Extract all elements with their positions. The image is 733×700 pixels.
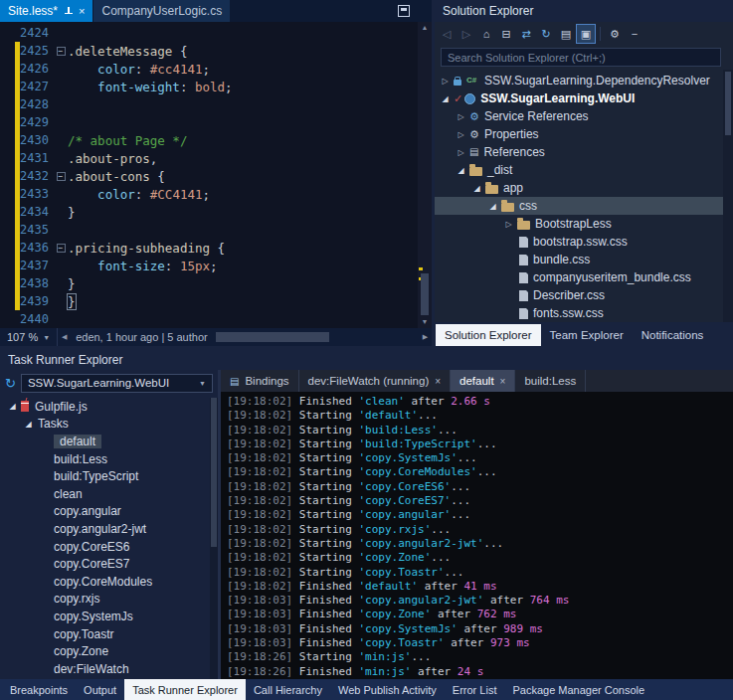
tool-window-tab[interactable]: Solution Explorer <box>436 324 541 346</box>
expander-icon[interactable]: ◢ <box>470 184 483 193</box>
task-tree-item[interactable]: ◢Tasks <box>0 416 210 434</box>
tree-item[interactable]: ▷▤References <box>435 143 723 161</box>
show-all-files-icon[interactable]: ▤ <box>557 25 575 43</box>
task-tree-item[interactable]: copy.Toastr <box>0 625 210 643</box>
git-blame-info[interactable]: eden, 1 hour ago | 5 author <box>71 331 213 343</box>
zoom-control[interactable]: 107 % ▼ <box>0 328 58 346</box>
document-tab-bar: Site.less*×CompanyUserLogic.cs <box>0 0 432 22</box>
tool-window-tab[interactable]: Output <box>76 679 124 700</box>
editor-vertical-scrollbar[interactable]: ▲ ▼ <box>418 22 432 328</box>
task-tree-item[interactable]: copy.Zone <box>0 642 210 660</box>
back-icon[interactable]: ◁ <box>438 25 456 43</box>
tool-window-tab[interactable]: Notifications <box>633 324 713 346</box>
scroll-left-icon[interactable]: ◀ <box>58 333 71 341</box>
task-tree-item[interactable]: default <box>0 433 210 450</box>
tool-window-tab[interactable]: Breakpoints <box>2 679 76 700</box>
task-output-tab[interactable]: build:Less <box>515 370 586 392</box>
project-dropdown[interactable]: SSW.SugarLearning.WebUI ▼ <box>21 374 213 393</box>
scrollbar-thumb[interactable] <box>216 332 329 342</box>
scroll-down-icon[interactable]: ▼ <box>418 316 432 328</box>
refresh-icon[interactable]: ↻ <box>5 377 16 390</box>
code-line: 2433 color: #CC4141; <box>0 185 418 203</box>
fold-toggle-icon[interactable]: − <box>57 47 66 56</box>
horizontal-scrollbar[interactable] <box>213 328 419 346</box>
tree-item[interactable]: ◢✓SSW.SugarLearning.WebUI <box>435 89 723 107</box>
refresh-icon[interactable]: ↻ <box>537 25 555 43</box>
expander-icon[interactable]: ◢ <box>439 94 452 103</box>
task-tree-item[interactable]: copy.rxjs <box>0 591 210 609</box>
task-tree-item[interactable]: copy.SystemJs <box>0 608 210 625</box>
task-tree-item[interactable]: dev:FileWatch <box>0 660 210 678</box>
scroll-right-icon[interactable]: ▶ <box>419 333 432 341</box>
tree-item[interactable]: ▷BootstrapLess <box>435 215 723 233</box>
expander-icon[interactable]: ◢ <box>486 202 499 211</box>
fold-toggle-icon[interactable]: − <box>57 172 66 181</box>
document-tab[interactable]: Site.less*× <box>0 0 92 22</box>
expander-icon[interactable]: ▷ <box>439 77 452 86</box>
tree-item[interactable]: ◢css <box>435 197 723 215</box>
task-runner-task-pane: ↻ SSW.SugarLearning.WebUI ▼ ◢Gulpfile.js… <box>0 370 218 679</box>
tree-item[interactable]: ◢_dist <box>435 161 723 179</box>
search-input[interactable] <box>448 52 718 64</box>
tree-item[interactable]: bootstrap.ssw.css <box>435 233 723 251</box>
scrollbar-thumb[interactable] <box>421 273 429 315</box>
tool-window-tab[interactable]: Call Hierarchy <box>246 679 330 700</box>
close-icon[interactable]: × <box>435 376 441 387</box>
preview-items-icon[interactable]: − <box>626 25 643 43</box>
home-icon[interactable]: ⌂ <box>477 25 495 43</box>
task-output-tab[interactable]: ▤Bindings <box>221 370 299 392</box>
fold-toggle-icon[interactable]: − <box>57 244 66 253</box>
tool-window-tab[interactable]: Error List <box>445 679 505 700</box>
expander-icon[interactable]: ▷ <box>502 220 515 229</box>
collapse-all-icon[interactable]: ⊟ <box>497 25 515 43</box>
sync-with-active-icon[interactable]: ⇄ <box>517 25 535 43</box>
nest-files-icon[interactable]: ▣ <box>577 25 595 43</box>
expander-icon[interactable]: ▷ <box>455 112 467 121</box>
task-tree-item[interactable]: copy.CoreModules <box>0 573 210 591</box>
pin-icon[interactable] <box>64 7 73 16</box>
gulp-console-output[interactable]: [19:18:02] Finished 'clean' after 2.66 s… <box>221 392 733 679</box>
tree-item[interactable]: Describer.css <box>435 286 723 304</box>
tree-item[interactable]: ▷⚙Properties <box>435 125 723 143</box>
task-tree-item[interactable]: copy.CoreES6 <box>0 538 210 556</box>
task-pane-scrollbar[interactable] <box>210 398 218 679</box>
expander-icon[interactable]: ▷ <box>455 130 467 139</box>
code-editor[interactable]: 24242425−.deleteMessage {2426 color: #cc… <box>0 22 432 328</box>
tree-item[interactable]: companyuseritem_bundle.css <box>435 268 723 286</box>
tool-window-tab[interactable]: Package Manager Console <box>504 679 652 700</box>
tool-window-tab[interactable]: Web Publish Activity <box>330 679 445 700</box>
task-output-tab[interactable]: dev:FileWatch (running)× <box>299 370 452 392</box>
task-tree-item[interactable]: build:Less <box>0 450 210 468</box>
tree-item[interactable]: ▷C#SSW.SugarLearning.DependencyResolver <box>435 72 723 89</box>
task-output-tab[interactable]: default× <box>451 370 515 392</box>
task-tree-item[interactable]: copy.angular2-jwt <box>0 520 210 538</box>
close-icon[interactable]: × <box>500 376 506 387</box>
expander-icon[interactable]: ◢ <box>22 420 35 429</box>
tree-item[interactable]: ▷⚙Service References <box>435 107 723 125</box>
document-well-options-icon[interactable] <box>398 5 410 17</box>
forward-icon[interactable]: ▷ <box>458 25 475 43</box>
search-box[interactable] <box>441 48 721 67</box>
scroll-up-icon[interactable]: ▲ <box>418 22 432 34</box>
bindings-icon: ▤ <box>230 376 239 387</box>
solution-explorer-scrollbar[interactable] <box>723 70 733 322</box>
task-tree-item[interactable]: ◢Gulpfile.js <box>0 398 210 416</box>
properties-icon[interactable]: ⚙ <box>606 25 624 43</box>
tree-item[interactable]: ◢app <box>435 179 723 197</box>
tool-window-tab[interactable]: Team Explorer <box>541 324 633 346</box>
task-tree-item[interactable]: copy.angular <box>0 503 210 521</box>
task-tree-item[interactable]: clean <box>0 485 210 503</box>
code-area[interactable]: 24242425−.deleteMessage {2426 color: #cc… <box>0 24 418 328</box>
document-tab[interactable]: CompanyUserLogic.cs <box>93 0 230 22</box>
tool-window-tab[interactable]: Task Runner Explorer <box>124 679 246 700</box>
tree-item[interactable]: bundle.css <box>435 251 723 268</box>
close-icon[interactable]: × <box>79 6 85 17</box>
expander-icon[interactable]: ◢ <box>455 166 467 175</box>
task-tree-item[interactable]: build:TypeScript <box>0 467 210 485</box>
expander-icon[interactable]: ◢ <box>6 402 19 411</box>
expander-icon[interactable]: ▷ <box>455 148 467 157</box>
tree-item[interactable]: fonts.ssw.css <box>435 304 723 322</box>
scrollbar-thumb[interactable] <box>211 398 217 547</box>
task-tree-item[interactable]: copy.CoreES7 <box>0 555 210 573</box>
scrollbar-thumb[interactable] <box>725 72 731 135</box>
